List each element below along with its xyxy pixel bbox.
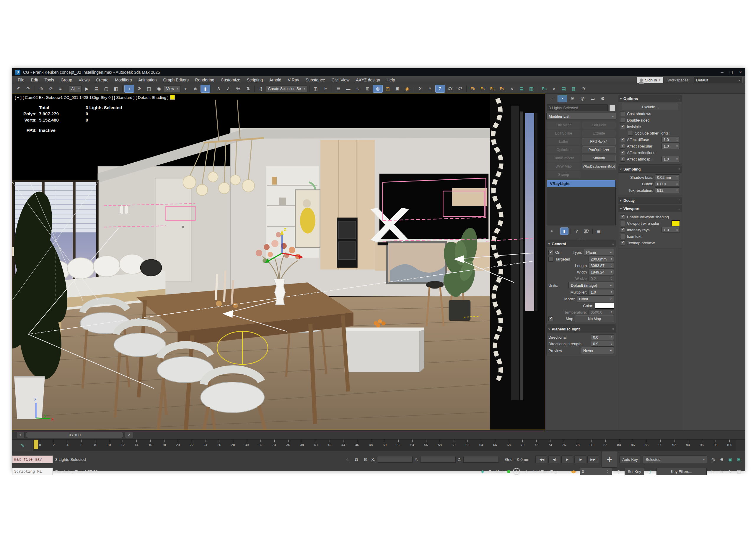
menu-edit[interactable]: Edit xyxy=(28,77,41,83)
texmap-preview-checkbox[interactable]: ✓ xyxy=(620,241,625,245)
bind-to-spacewarp-icon[interactable]: ≋ xyxy=(56,85,65,92)
tab-create[interactable]: + xyxy=(548,95,556,102)
timeline-ruler[interactable]: 0246810121416182022242628303234363840424… xyxy=(33,440,736,451)
redo-icon[interactable]: ↷ xyxy=(24,85,33,92)
frame-tick-78[interactable]: 78 xyxy=(571,440,585,451)
menu-views[interactable]: Views xyxy=(75,77,93,83)
tab-utilities[interactable]: ⚙ xyxy=(598,95,607,102)
named-selection-sets-icon[interactable]: {} xyxy=(256,85,265,92)
vray-render-channels-icon[interactable]: Rc xyxy=(540,85,549,92)
object-color-swatch[interactable] xyxy=(609,105,616,111)
select-and-scale-icon[interactable]: ◲ xyxy=(145,85,153,92)
rollout-options-header[interactable]: ▾Options∷ xyxy=(618,95,682,102)
spinner-snap-icon[interactable]: ⇅ xyxy=(243,85,253,92)
vray-list-icon[interactable]: ▤ xyxy=(559,85,568,92)
curve-editor-icon[interactable]: ∿ xyxy=(354,85,363,92)
x-coord-field[interactable] xyxy=(377,456,413,463)
axis-y-button[interactable]: Y xyxy=(425,85,435,92)
menu-axyz-design[interactable]: AXYZ design xyxy=(353,77,383,83)
modifier-button-ffd-4x4x4[interactable]: FFD 4x4x4 xyxy=(582,138,616,145)
zoom-extents-all-icon[interactable]: ⊞ xyxy=(735,456,743,463)
time-configuration-icon[interactable]: ◷ xyxy=(615,468,622,475)
window-crossing-icon[interactable]: ◧ xyxy=(111,85,121,92)
icon-text-checkbox[interactable] xyxy=(620,234,625,239)
maxscript-listener-top[interactable]: max file sav xyxy=(12,455,53,463)
previous-frame-scrub-button[interactable]: < xyxy=(16,432,24,438)
field-of-view-icon[interactable]: ▷ xyxy=(709,468,717,475)
current-frame-field[interactable]: 0 ▴▾ xyxy=(580,468,612,475)
show-end-result-icon[interactable]: ▮ xyxy=(560,227,568,235)
frame-tick-94[interactable]: 94 xyxy=(681,440,695,451)
frame-tick-28[interactable]: 28 xyxy=(226,440,240,451)
menu-scripting[interactable]: Scripting xyxy=(244,77,266,83)
make-unique-icon[interactable]: Y xyxy=(573,228,580,235)
affect-diffuse-spinner[interactable]: 1.0▴▾ xyxy=(662,137,680,142)
frame-tick-84[interactable]: 84 xyxy=(612,440,626,451)
menu-file[interactable]: File xyxy=(14,77,28,83)
map-checkbox[interactable]: ✓ xyxy=(548,316,554,321)
object-name-field[interactable]: 3 Lights Selected xyxy=(547,104,608,111)
targeted-checkbox[interactable] xyxy=(548,257,554,262)
on-checkbox[interactable]: ✓ xyxy=(548,250,554,255)
selection-filter-dropdown[interactable]: All▾ xyxy=(69,85,82,92)
frame-tick-86[interactable]: 86 xyxy=(626,440,640,451)
frame-tick-38[interactable]: 38 xyxy=(295,440,309,451)
chaos-tools-icon[interactable]: × xyxy=(507,85,517,92)
rectangular-selection-icon[interactable]: ▢ xyxy=(102,85,111,92)
unlink-selection-icon[interactable]: ⊘ xyxy=(46,85,56,92)
scene-explorer-icon[interactable]: ▬ xyxy=(344,85,353,92)
menu-customize[interactable]: Customize xyxy=(217,77,243,83)
frame-tick-4[interactable]: 4 xyxy=(61,440,74,451)
menu-tools[interactable]: Tools xyxy=(41,77,58,83)
rollout-viewport-header[interactable]: ▾Viewport∷ xyxy=(618,205,682,212)
select-by-name-icon[interactable]: ▤ xyxy=(92,85,101,92)
tab-display[interactable]: ▭ xyxy=(588,95,597,102)
zoom-icon[interactable]: ◎ xyxy=(709,456,717,463)
add-time-tag[interactable]: Add Time Tag xyxy=(532,470,557,474)
frame-tick-52[interactable]: 52 xyxy=(392,440,405,451)
isolate-selection-icon[interactable]: ◌ xyxy=(344,456,351,463)
material-editor-icon[interactable]: ◍ xyxy=(373,85,383,93)
snaps-toggle-icon[interactable]: 3 xyxy=(214,85,223,92)
reference-coordinate-dropdown[interactable]: View▾ xyxy=(164,85,180,92)
double-sided-checkbox[interactable] xyxy=(620,118,625,123)
mode-dropdown[interactable]: Color▾ xyxy=(577,295,614,302)
use-pivot-point-icon[interactable]: ⌖ xyxy=(181,85,190,92)
frame-tick-82[interactable]: 82 xyxy=(598,440,612,451)
orbit-icon[interactable]: ↻ xyxy=(726,468,734,475)
affect-reflections-checkbox[interactable]: ✓ xyxy=(620,150,625,155)
affect-atmosp-checkbox[interactable]: ✓ xyxy=(620,157,625,162)
targeted-spinner[interactable]: 200.0mm ▴▾ xyxy=(588,256,614,262)
shadow-bias-spinner[interactable]: 0.02mm▴▾ xyxy=(655,174,680,180)
y-coord-field[interactable] xyxy=(420,456,456,463)
affect-diffuse-checkbox[interactable]: ✓ xyxy=(620,137,625,142)
cast-shadows-checkbox[interactable] xyxy=(620,111,625,116)
maximize-button[interactable]: ▢ xyxy=(729,70,733,74)
affect-atmosp-spinner[interactable]: 1.0▴▾ xyxy=(662,156,680,162)
select-and-manipulate-icon[interactable]: ∗ xyxy=(191,85,200,92)
go-to-start-button[interactable]: |◀◀ xyxy=(535,455,547,463)
frame-tick-10[interactable]: 10 xyxy=(102,440,116,451)
frame-tick-98[interactable]: 98 xyxy=(709,440,723,451)
schematic-view-icon[interactable]: ⊞ xyxy=(363,85,372,92)
directional-spinner[interactable]: 0.0▴▾ xyxy=(591,334,614,340)
frame-tick-20[interactable]: 20 xyxy=(171,440,185,451)
frame-tick-36[interactable]: 36 xyxy=(281,440,295,451)
frame-tick-70[interactable]: 70 xyxy=(516,440,529,451)
cutoff-spinner[interactable]: 0.001▴▾ xyxy=(655,181,680,187)
key-filters-button[interactable]: Key Filters... xyxy=(657,468,707,475)
align-icon[interactable]: ⊫ xyxy=(321,85,330,92)
frame-tick-66[interactable]: 66 xyxy=(488,440,502,451)
vray-light-lister-icon[interactable]: ▤ xyxy=(517,85,526,92)
axis-z-button[interactable]: Z xyxy=(435,85,445,93)
frame-tick-100[interactable]: 100 xyxy=(722,440,736,451)
minimize-button[interactable]: ─ xyxy=(721,70,723,74)
timeline-playhead[interactable] xyxy=(34,440,38,449)
select-object-icon[interactable]: ▶ xyxy=(82,85,91,92)
width-spinner[interactable]: 1849.24 ▴▾ xyxy=(588,269,614,275)
frame-tick-76[interactable]: 76 xyxy=(557,440,571,451)
frame-tick-22[interactable]: 22 xyxy=(185,440,199,451)
rollout-decay-header[interactable]: ▸Decay∷ xyxy=(618,197,682,204)
frame-tick-40[interactable]: 40 xyxy=(309,440,323,451)
select-and-rotate-icon[interactable]: ⟳ xyxy=(135,85,144,92)
